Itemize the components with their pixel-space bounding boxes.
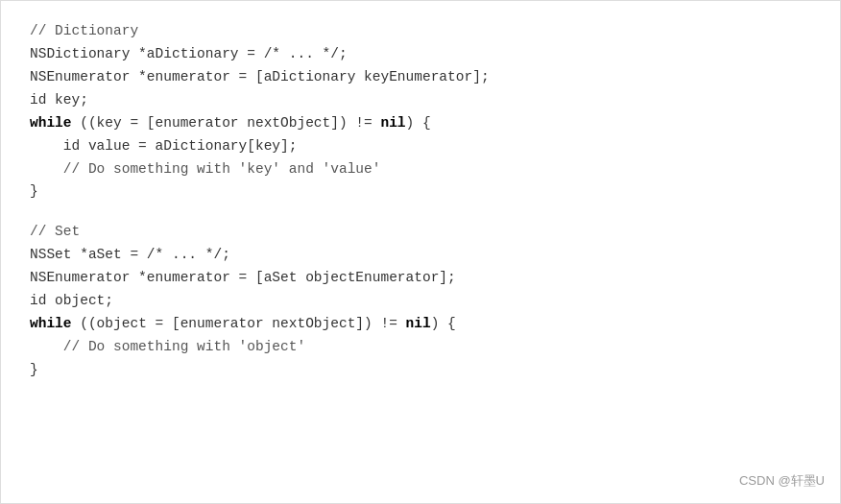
dict-line3: id key; [30, 89, 811, 112]
dict-line2: NSEnumerator *enumerator = [aDictionary … [30, 66, 811, 89]
set-block: // Set NSSet *aSet = /* ... */; NSEnumer… [30, 221, 811, 381]
code-container: // Dictionary NSDictionary *aDictionary … [0, 0, 841, 504]
dict-comment: // Dictionary [30, 20, 811, 43]
dict-line4: while ((key = [enumerator nextObject]) !… [30, 112, 811, 135]
set-line1: NSSet *aSet = /* ... */; [30, 244, 811, 267]
set-line6: } [30, 359, 811, 382]
set-line4-rest: ((object = [enumerator nextObject]) != [72, 316, 406, 331]
while-keyword-2: while [30, 316, 72, 331]
nil-keyword-2: nil [406, 316, 431, 331]
dict-line5: id value = aDictionary[key]; [30, 135, 811, 158]
set-line2: NSEnumerator *enumerator = [aSet objectE… [30, 267, 811, 290]
set-line5: // Do something with 'object' [30, 336, 811, 359]
set-line3: id object; [30, 290, 811, 313]
set-line4-end: ) { [431, 316, 456, 331]
dict-line6: // Do something with 'key' and 'value' [30, 158, 811, 181]
nil-keyword-1: nil [380, 115, 405, 131]
dict-line7: } [30, 180, 811, 204]
dict-line4-end: ) { [406, 115, 431, 131]
dict-line1: NSDictionary *aDictionary = /* ... */; [30, 43, 811, 66]
dict-line4-rest: ((key = [enumerator nextObject]) != [72, 115, 381, 131]
set-comment: // Set [30, 221, 811, 244]
set-line4: while ((object = [enumerator nextObject]… [30, 313, 811, 336]
dictionary-block: // Dictionary NSDictionary *aDictionary … [30, 20, 811, 204]
watermark: CSDN @轩墨U [739, 471, 825, 492]
while-keyword-1: while [30, 115, 72, 131]
